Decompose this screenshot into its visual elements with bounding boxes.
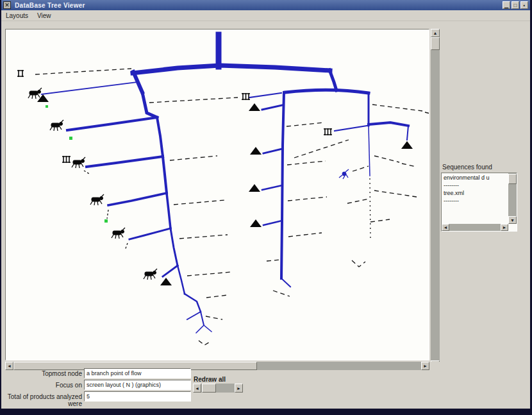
collapsed-triangle-icon[interactable] xyxy=(250,219,262,227)
total-products-label: Total of products analyzed were xyxy=(1,393,82,407)
tree-canvas[interactable] xyxy=(5,29,429,360)
ladder-icon[interactable] xyxy=(62,156,71,163)
bug-icon[interactable] xyxy=(112,228,125,239)
menu-layouts[interactable]: Layouts xyxy=(1,11,33,21)
maximize-button[interactable]: □ xyxy=(511,1,519,9)
redraw-slider[interactable]: ◄ ► xyxy=(193,384,243,393)
slider-left-icon[interactable]: ◄ xyxy=(193,384,201,393)
ladder-icon[interactable] xyxy=(17,70,24,77)
collapsed-triangle-icon[interactable] xyxy=(250,147,262,155)
minimize-button[interactable]: ▁ xyxy=(503,1,510,9)
ladder-icon[interactable] xyxy=(242,93,250,100)
topmost-node-field[interactable] xyxy=(84,368,191,378)
focus-on-field[interactable] xyxy=(84,380,191,390)
list-item[interactable]: tree.xml xyxy=(442,189,508,197)
collapsed-triangle-icon[interactable] xyxy=(249,103,260,111)
total-products-field[interactable] xyxy=(84,391,191,402)
list-vertical-scrollbar[interactable]: ▼ xyxy=(508,173,517,224)
list-vscroll-thumb[interactable] xyxy=(508,174,517,184)
branch-skeleton xyxy=(42,35,408,333)
bug-icon[interactable] xyxy=(90,194,104,205)
collapsed-triangle-icon[interactable] xyxy=(160,278,172,285)
vertical-scrollbar[interactable]: ▲ ▼ xyxy=(431,29,440,369)
slider-right-icon[interactable]: ► xyxy=(235,384,243,393)
blue-critter-icon[interactable] xyxy=(339,169,349,179)
redraw-all-label: Redraw all xyxy=(194,376,226,383)
dashed-connectors xyxy=(35,69,429,345)
bug-icon[interactable] xyxy=(28,88,42,99)
list-item[interactable]: environmental d u xyxy=(442,174,508,182)
topmost-node-label: Topmost node xyxy=(1,370,82,377)
sequences-listbox[interactable]: environmental d u -------- tree.xml ----… xyxy=(441,173,517,232)
focus-on-label: Focus on xyxy=(1,382,82,389)
list-horizontal-scrollbar[interactable]: ◄ ► xyxy=(442,224,508,231)
app-icon[interactable]: ✕ xyxy=(3,1,11,9)
menu-bar: Layouts View xyxy=(1,10,530,21)
scrollbar-corner xyxy=(431,362,440,370)
ladder-icon[interactable] xyxy=(324,128,332,135)
title-bar[interactable]: ✕ DataBase Tree Viewer ▁ □ ▪ xyxy=(1,0,530,10)
highlight-square xyxy=(46,105,48,108)
bug-icon[interactable] xyxy=(72,157,85,168)
bug-icon[interactable] xyxy=(144,269,157,280)
horizontal-scrollbar[interactable]: ◄ ► xyxy=(5,362,429,370)
collapsed-triangle-icon[interactable] xyxy=(249,184,260,192)
scroll-up-icon[interactable]: ▲ xyxy=(431,29,440,37)
sequences-label: Sequences found xyxy=(442,164,492,171)
close-button[interactable]: ▪ xyxy=(520,1,528,9)
list-item[interactable]: -------- xyxy=(442,182,508,189)
menu-view[interactable]: View xyxy=(33,11,56,21)
scroll-left-icon[interactable]: ◄ xyxy=(5,362,13,370)
highlight-square xyxy=(104,219,108,223)
collapsed-triangle-icon[interactable] xyxy=(401,141,413,149)
list-scroll-down-icon[interactable]: ▼ xyxy=(508,216,517,224)
leaf-icons xyxy=(17,70,413,285)
tree-visualization xyxy=(6,30,429,360)
list-item[interactable]: -------- xyxy=(442,197,508,205)
app-window: ✕ DataBase Tree Viewer ▁ □ ▪ Layouts Vie… xyxy=(1,0,530,409)
list-scroll-left-icon[interactable]: ◄ xyxy=(442,224,449,231)
list-scroll-right-icon[interactable]: ► xyxy=(501,224,508,231)
slider-thumb[interactable] xyxy=(202,384,216,393)
highlight-square xyxy=(69,137,72,140)
vertical-scroll-thumb[interactable] xyxy=(431,37,440,50)
window-title: DataBase Tree Viewer xyxy=(15,2,85,9)
bug-icon[interactable] xyxy=(50,120,63,131)
scroll-right-icon[interactable]: ► xyxy=(421,362,429,370)
